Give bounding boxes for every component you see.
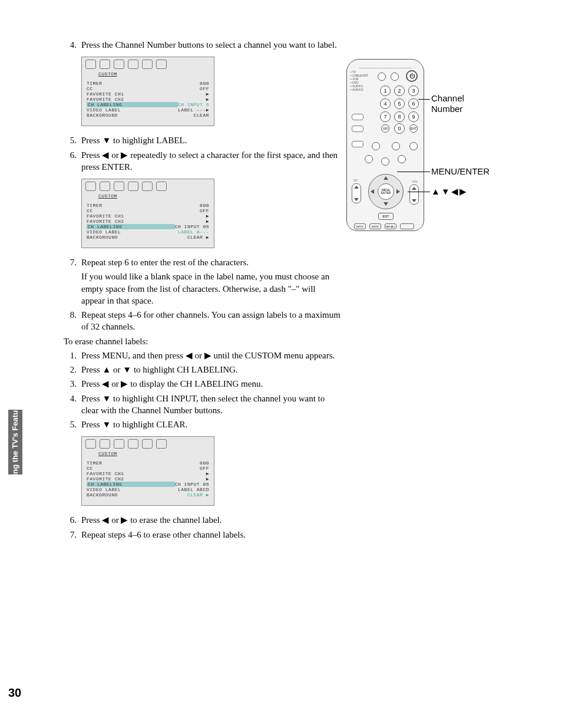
step-item: 4.Press the Channel Number buttons to se…: [64, 39, 340, 51]
main-content: 4.Press the Channel Number buttons to se…: [64, 39, 340, 543]
step-item: 5.Press ▼ to highlight CLEAR.: [64, 419, 340, 430]
numpad-5: 5: [394, 98, 405, 109]
vol-rocker: [409, 185, 419, 205]
osd-screenshot-3: CUSTOMTIMER000CCOFFFAVORITE CH1▶FAVORITE…: [81, 436, 214, 506]
light-button: [378, 73, 386, 81]
step-item: 7.Repeat steps 4–6 to erase other channe…: [64, 529, 340, 541]
chrtn-button: [400, 223, 414, 229]
fn-button-2: [392, 142, 400, 150]
recall-button: RECALL: [385, 223, 396, 229]
input-button: INPUT: [354, 223, 366, 229]
power-button: ⏻: [406, 70, 418, 82]
numpad-2: 2: [394, 85, 405, 96]
numpad-1: 1: [380, 85, 391, 96]
ch-rocker: [352, 183, 361, 203]
step-item: 8.Repeat steps 4–6 for other channels. Y…: [64, 309, 340, 333]
step-note: If you would like a blank space in the l…: [81, 271, 340, 307]
menu-enter-button: MENU ENTER: [378, 183, 394, 200]
mute-button: MUTE: [369, 223, 381, 229]
step-item: 6.Press ◀ or ▶ to erase the channel labe…: [64, 514, 340, 526]
fn-button-6: [398, 155, 406, 163]
step-item: 3.Press ◀ or ▶ to display the CH LABELIN…: [64, 378, 340, 390]
page-number: 30: [8, 686, 21, 700]
callout-channel-number: Channel Number: [431, 93, 464, 114]
numpad-3: 3: [408, 85, 419, 96]
step-item: 4.Press ▼ to highlight CH INPUT, then se…: [64, 393, 340, 417]
action-button: [352, 141, 363, 147]
numpad-100: 100: [381, 124, 389, 133]
dpad: MENU ENTER: [365, 170, 406, 212]
remote-diagram: TVCABLE/SATVCRDVDAUDIO1AUDIO2 ⏻ 1 2 3 4 …: [346, 59, 523, 231]
step-item: 5.Press ▼ to highlight LABEL.: [64, 134, 340, 146]
callout-menu-enter: MENU/ENTER: [431, 166, 490, 176]
mode-button: [352, 114, 363, 120]
numpad-4: 4: [380, 98, 391, 109]
fn-button-4: [365, 155, 373, 163]
numpad-6: 6: [408, 98, 419, 109]
fn-button-1: [372, 142, 380, 150]
section-tab: Using the TV's Features: [8, 410, 22, 475]
step-item: 2.Press ▲ or ▼ to highlight CH LABELING.: [64, 364, 340, 375]
sleep-button: [391, 73, 399, 81]
fn-button-5: [381, 157, 389, 166]
numpad-9: 9: [408, 111, 419, 122]
step-item: 6.Press ◀ or ▶ repeatedly to select a ch…: [64, 149, 340, 173]
step-item: 1.Press MENU, and then press ◀ or ▶ unti…: [64, 350, 340, 361]
ikey-button: [352, 126, 363, 132]
osd-screenshot-2: CUSTOMTIMER000CCOFFFAVORITE CH1▶FAVORITE…: [81, 179, 214, 248]
fn-button-3: [409, 142, 418, 150]
numpad-ent: ENT: [409, 124, 418, 133]
exit-button: EXIT: [378, 213, 394, 220]
callout-arrows: ▲▼◀▶: [431, 186, 468, 197]
erase-heading: To erase channel labels:: [64, 335, 340, 347]
numpad-7: 7: [380, 111, 391, 122]
numpad-0: 0: [394, 123, 405, 134]
numpad-8: 8: [394, 111, 405, 122]
step-item: 7.Repeat step 6 to enter the rest of the…: [64, 256, 340, 268]
osd-screenshot-1: CUSTOMTIMER000CCOFFFAVORITE CH1▶FAVORITE…: [81, 57, 214, 126]
